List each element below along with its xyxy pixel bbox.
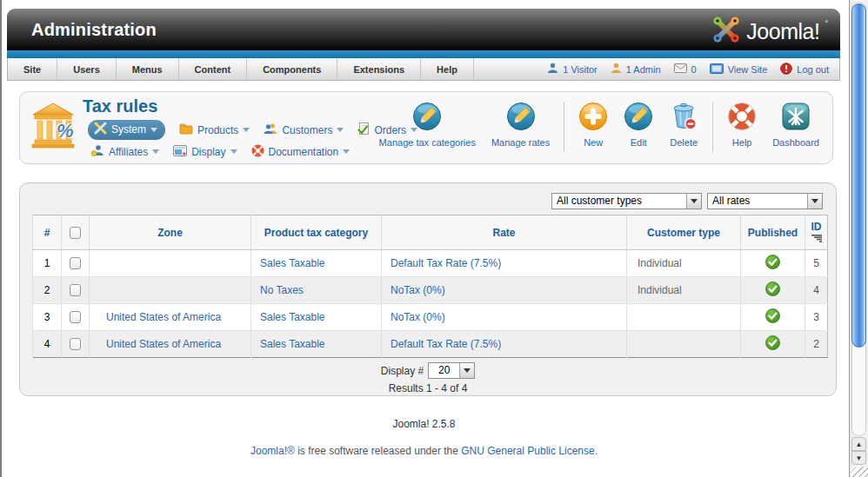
published-check-icon[interactable] bbox=[765, 314, 780, 326]
row-checkbox[interactable] bbox=[70, 284, 81, 296]
scroll-up-button[interactable]: ▲ bbox=[851, 437, 866, 451]
component-menu: System Products Customers bbox=[88, 119, 417, 162]
toolbar-panel: % Tax rules System bbox=[19, 91, 833, 164]
manage-rates-button[interactable]: Manage rates bbox=[484, 102, 558, 148]
new-button[interactable]: New bbox=[571, 102, 616, 148]
column-header-rate[interactable]: Rate bbox=[382, 215, 627, 250]
chevron-down-icon bbox=[691, 199, 698, 203]
toolbar-separator bbox=[712, 102, 713, 152]
view-site-link[interactable]: View Site bbox=[710, 63, 768, 76]
affiliates-icon bbox=[90, 144, 104, 159]
visitor-count[interactable]: 1 Visitor bbox=[547, 63, 598, 76]
published-check-icon[interactable] bbox=[765, 287, 780, 299]
menu-menus[interactable]: Menus bbox=[117, 58, 179, 80]
chevron-down-icon bbox=[811, 199, 818, 203]
column-header-zone[interactable]: Zone bbox=[90, 215, 251, 250]
admin-title: Administration bbox=[7, 20, 157, 40]
customer-type-cell bbox=[627, 331, 741, 358]
chevron-down-icon bbox=[230, 149, 237, 154]
tax-rules-panel: All customer types All rates # Zone Prod… bbox=[19, 182, 837, 396]
tools-icon bbox=[94, 122, 107, 137]
chevron-down-icon bbox=[343, 149, 350, 154]
vertical-scrollbar[interactable]: ▲ ▼ bbox=[849, 0, 868, 477]
zone-link[interactable]: United States of America bbox=[106, 311, 221, 323]
menu-components[interactable]: Components bbox=[247, 58, 337, 80]
dropdown-button[interactable] bbox=[459, 363, 474, 378]
window-resize-grip[interactable] bbox=[851, 467, 868, 477]
display-label: Display # bbox=[381, 365, 424, 377]
display-count-select[interactable]: 20 bbox=[428, 362, 475, 379]
component-menu-documentation[interactable]: Documentation bbox=[251, 144, 351, 160]
table-row: 2 No Taxes NoTax (0%) Individual 4 bbox=[33, 277, 828, 304]
rates-filter[interactable]: All rates bbox=[707, 193, 823, 209]
column-header-id[interactable]: ID bbox=[805, 215, 828, 250]
menu-help[interactable]: Help bbox=[421, 58, 474, 80]
sort-descending-icon bbox=[811, 234, 822, 244]
zone-link[interactable]: United States of America bbox=[106, 338, 221, 350]
row-checkbox[interactable] bbox=[70, 338, 81, 350]
column-header-published[interactable]: Published bbox=[741, 215, 805, 250]
manage-tax-categories-button[interactable]: Manage tax categories bbox=[371, 102, 484, 148]
scrollbar-thumb[interactable] bbox=[851, 3, 866, 348]
menu-site[interactable]: Site bbox=[8, 58, 57, 80]
customer-type-cell bbox=[627, 304, 741, 331]
joomla-logo: Joomla! ° bbox=[711, 15, 828, 48]
admin-icon bbox=[611, 63, 622, 76]
category-link[interactable]: Sales Taxable bbox=[260, 311, 325, 323]
dashboard-button[interactable]: Dashboard bbox=[765, 102, 827, 148]
category-link[interactable]: Sales Taxable bbox=[260, 338, 325, 350]
menu-content[interactable]: Content bbox=[179, 58, 248, 80]
help-lifering-icon bbox=[727, 102, 757, 135]
customer-type-filter[interactable]: All customer types bbox=[551, 193, 702, 209]
rate-link[interactable]: NoTax (0%) bbox=[391, 311, 445, 323]
rate-link[interactable]: NoTax (0%) bbox=[391, 284, 445, 296]
help-button[interactable]: Help bbox=[719, 102, 765, 148]
column-header-num: # bbox=[33, 215, 62, 250]
component-menu-display[interactable]: Display bbox=[173, 145, 237, 159]
gpl-link[interactable]: GNU General Public License bbox=[461, 445, 594, 457]
category-link[interactable]: Sales Taxable bbox=[260, 257, 325, 269]
select-all-checkbox[interactable] bbox=[70, 227, 81, 239]
messages-icon bbox=[674, 63, 687, 75]
logout-icon bbox=[780, 63, 792, 76]
customer-type-cell: Individual bbox=[627, 277, 741, 304]
display-icon bbox=[173, 145, 187, 159]
published-check-icon[interactable] bbox=[765, 260, 780, 272]
delete-button[interactable]: Delete bbox=[661, 102, 706, 148]
row-checkbox[interactable] bbox=[70, 311, 81, 323]
rate-link[interactable]: Default Tax Rate (7.5%) bbox=[391, 257, 501, 269]
rate-link[interactable]: Default Tax Rate (7.5%) bbox=[391, 338, 501, 350]
component-menu-products[interactable]: Products bbox=[179, 123, 250, 137]
joomla-logo-icon bbox=[711, 15, 741, 48]
window-border bbox=[0, 0, 2, 477]
dropdown-button[interactable] bbox=[807, 194, 822, 209]
table-row: 4 United States of America Sales Taxable… bbox=[33, 331, 828, 358]
select-all-header bbox=[62, 215, 90, 250]
menu-extensions[interactable]: Extensions bbox=[337, 58, 421, 80]
scroll-down-button[interactable]: ▼ bbox=[851, 451, 866, 465]
column-header-category[interactable]: Product tax category bbox=[251, 215, 382, 250]
messages-count[interactable]: 0 bbox=[674, 63, 697, 75]
view-site-icon bbox=[710, 63, 724, 76]
component-menu-affiliates[interactable]: Affiliates bbox=[90, 144, 159, 159]
joomla-brand-text: Joomla! bbox=[746, 19, 819, 44]
row-number: 2 bbox=[33, 277, 62, 304]
component-menu-customers[interactable]: Customers bbox=[264, 123, 344, 137]
category-link[interactable]: No Taxes bbox=[260, 284, 304, 296]
column-header-customer-type[interactable]: Customer type bbox=[627, 215, 741, 250]
folder-icon bbox=[179, 123, 193, 137]
customer-type-cell: Individual bbox=[627, 250, 741, 277]
joomla-link[interactable]: Joomla!® bbox=[250, 445, 295, 457]
component-menu-system[interactable]: System bbox=[88, 120, 165, 140]
admin-count[interactable]: 1 Admin bbox=[611, 63, 661, 76]
published-check-icon[interactable] bbox=[765, 341, 780, 353]
row-checkbox[interactable] bbox=[70, 257, 81, 269]
edit-button[interactable]: Edit bbox=[616, 102, 661, 148]
new-icon bbox=[578, 102, 608, 135]
admin-header: Administration Joomla! ° bbox=[7, 9, 840, 50]
dropdown-button[interactable] bbox=[686, 194, 701, 209]
tax-rules-table: # Zone Product tax category Rate Custome… bbox=[32, 215, 828, 358]
logout-link[interactable]: Log out bbox=[780, 63, 829, 76]
percent-glyph: % bbox=[57, 120, 74, 142]
menu-users[interactable]: Users bbox=[57, 58, 117, 80]
